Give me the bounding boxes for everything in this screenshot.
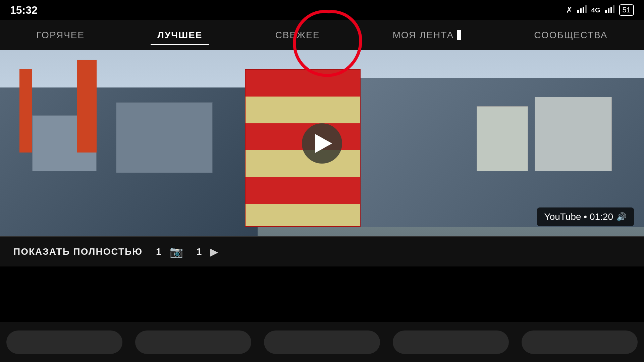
4g-label: 4G [591, 6, 600, 14]
bluetooth-icon: ✗ [566, 5, 573, 15]
tab-hot[interactable]: ГОРЯЧЕЕ [30, 26, 92, 44]
building-block-1 [535, 97, 612, 171]
bottom-nav-item-1[interactable] [6, 330, 122, 354]
chimney-left [77, 60, 97, 153]
battery-indicator: 51 [619, 4, 634, 16]
building-block-2 [477, 106, 528, 171]
status-bar: 15:32 ✗ 4G 51 [0, 0, 644, 20]
bottom-bar: ПОКАЗАТЬ ПОЛНОСТЬЮ 1 📷 1 ▶ [0, 236, 644, 266]
sound-icon: 🔊 [616, 212, 627, 222]
tab-feed-cursor [457, 30, 461, 40]
bottom-nav-item-4[interactable] [393, 330, 509, 354]
tab-feed[interactable]: МОЯ ЛЕНТА [386, 26, 468, 44]
photo-count: 1 [156, 246, 161, 257]
chimney-far-left [19, 69, 32, 153]
play-button[interactable] [302, 123, 342, 164]
building-block-4 [116, 102, 213, 173]
status-time: 15:32 [10, 4, 38, 16]
youtube-badge: YouTube • 01:20 🔊 [537, 207, 634, 226]
youtube-badge-text: YouTube • 01:20 [544, 212, 613, 222]
video-icon: ▶ [210, 245, 218, 258]
camera-icon: 📷 [170, 245, 183, 258]
show-full-label[interactable]: ПОКАЗАТЬ ПОЛНОСТЬЮ [13, 246, 143, 257]
svg-rect-5 [608, 8, 609, 13]
status-icons: ✗ 4G 51 [566, 4, 634, 16]
svg-rect-0 [577, 10, 579, 13]
bottom-nav-item-3[interactable] [264, 330, 380, 354]
video-container[interactable]: YouTube • 01:20 🔊 [0, 50, 644, 236]
svg-rect-1 [580, 8, 582, 13]
svg-rect-6 [610, 7, 612, 13]
nav-tabs: ГОРЯЧЕЕ ЛУЧШЕЕ СВЕЖЕЕ МОЯ ЛЕНТА СООБЩЕСТ… [0, 20, 644, 50]
signal2-icon [605, 5, 614, 15]
bottom-nav [0, 322, 644, 362]
bottom-nav-item-5[interactable] [522, 330, 638, 354]
signal1-icon [577, 5, 587, 15]
video-count: 1 [197, 246, 202, 257]
bottom-nav-item-2[interactable] [135, 330, 251, 354]
svg-rect-7 [613, 5, 614, 13]
tab-fresh[interactable]: СВЕЖЕЕ [269, 26, 327, 44]
tab-best[interactable]: ЛУЧШЕЕ [151, 26, 209, 44]
svg-rect-4 [605, 10, 607, 13]
tab-communities[interactable]: СООБЩЕСТВА [527, 26, 614, 44]
play-icon [315, 134, 332, 153]
svg-rect-2 [583, 7, 584, 13]
svg-rect-3 [585, 5, 587, 13]
